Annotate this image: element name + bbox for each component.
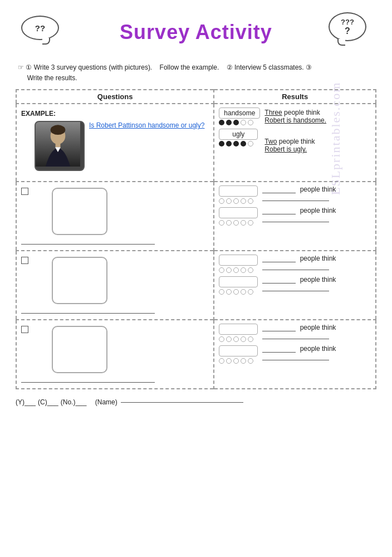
result1-row: Three people think Robert is handsome. <box>264 109 326 124</box>
result2-count: Two <box>264 138 277 145</box>
people-think-label-1a: people think <box>300 185 336 193</box>
instruction-text-3: Interview 5 classmates. <box>234 63 304 71</box>
circle-icon-1: ① <box>26 63 33 71</box>
blank-options-1 <box>219 185 258 229</box>
svg-point-3 <box>51 125 66 135</box>
example-results-cell: handsome ugly <box>214 104 376 182</box>
blank-result-texts-2: people think people think <box>262 255 371 298</box>
result-detail-line-2a[interactable] <box>262 270 329 270</box>
result-detail-line-1a[interactable] <box>262 201 329 201</box>
dot-empty <box>241 120 246 125</box>
bubble-left-text: ?? <box>35 23 45 33</box>
option1-label: handsome <box>219 108 260 119</box>
result-detail-line-2b[interactable] <box>262 291 329 291</box>
instruction-text-1: Write 3 survey questions (with pictures)… <box>34 63 153 71</box>
svg-rect-4 <box>56 144 61 148</box>
result-detail-line-3a[interactable] <box>262 339 329 339</box>
people-think-label-2a: people think <box>300 255 336 262</box>
dot-empty <box>248 120 253 125</box>
result-count-line-3b[interactable] <box>262 352 296 353</box>
result-count-line-3a[interactable] <box>262 331 296 331</box>
option2-box: ugly <box>219 129 260 140</box>
footer-name-line[interactable] <box>121 402 243 403</box>
result-count-line-1a[interactable] <box>262 193 296 193</box>
blank-result-texts-1: people think people think <box>262 185 371 229</box>
blank-row-3: people think people think <box>16 320 376 389</box>
footer: (Y)___ (C)___ (No.)___ (Name) <box>16 398 376 406</box>
blank-row-1: people think people think <box>16 182 376 251</box>
blank-question-line-3[interactable] <box>21 382 155 383</box>
blank-result1-3: people think <box>262 324 371 339</box>
person-silhouette <box>36 122 80 167</box>
header: ?? Survey Activity ??? ? <box>16 10 376 55</box>
blank-question-cell-3 <box>16 320 214 389</box>
dot-filled <box>241 141 246 146</box>
page-title: Survey Activity <box>120 21 272 44</box>
bubble-right-bottom-text: ? <box>345 26 350 36</box>
blank-dots2-2 <box>219 289 258 295</box>
example-options: handsome ugly <box>219 108 260 153</box>
blank-dots2-1 <box>219 220 258 226</box>
blank-results-cell-1: people think people think <box>214 182 376 251</box>
blank-row-2: people think people think <box>16 251 376 320</box>
blank-option2-box-1[interactable] <box>219 207 258 218</box>
footer-name-label: (Name) <box>95 398 117 406</box>
column-headers-row: Questions Results <box>16 90 376 104</box>
example-question-text: Is Robert Pattinson handsome or ugly? <box>89 121 204 129</box>
result-count-line-1b[interactable] <box>262 214 296 214</box>
option2-dots <box>219 141 260 146</box>
checkbox-3[interactable] <box>21 326 28 333</box>
blank-result1-1: people think <box>262 185 371 201</box>
checkbox-1[interactable] <box>21 188 28 195</box>
instruction-text-4: Write the results. <box>27 74 77 82</box>
blank-results-2: people think people think <box>219 255 371 298</box>
result-count-line-2b[interactable] <box>262 283 296 284</box>
blank-photo-3 <box>52 326 107 373</box>
blank-dots1-1 <box>219 198 258 204</box>
option1-dots <box>219 120 260 125</box>
blank-option1-box-2[interactable] <box>219 255 258 266</box>
blank-result-texts-3: people think people think <box>262 324 371 367</box>
results-header: Results <box>214 90 376 104</box>
blank-option2-box-3[interactable] <box>219 345 258 356</box>
blank-result2-1: people think <box>262 207 371 222</box>
result-detail-line-3b[interactable] <box>262 360 329 360</box>
blank-question-line-1[interactable] <box>21 244 155 245</box>
blank-result2-2: people think <box>262 276 371 291</box>
result-detail-line-1b[interactable] <box>262 222 329 222</box>
people-think-label-1b: people think <box>300 207 336 214</box>
bubble-right-top-text: ??? <box>341 18 354 26</box>
result1-count: Three <box>264 109 282 116</box>
example-label: EXAMPLE: <box>21 110 209 118</box>
instruction-text-2: Follow the example. <box>160 63 219 71</box>
blank-question-cell-2 <box>16 251 214 320</box>
blank-results-3: people think people think <box>219 324 371 367</box>
blank-option1-box-3[interactable] <box>219 324 258 335</box>
footer-y: (Y)___ <box>16 398 36 406</box>
speech-bubble-right: ??? ? <box>329 12 366 41</box>
dot-filled <box>233 120 239 125</box>
blank-option1-box-1[interactable] <box>219 185 258 197</box>
people-think-label-3b: people think <box>300 345 336 353</box>
example-question-cell: EXAMPLE: <box>16 104 214 182</box>
dot-filled <box>226 141 232 146</box>
blank-dots2-3 <box>219 358 258 364</box>
blank-question-cell-1 <box>16 182 214 251</box>
result2-detail: Robert is ugly. <box>264 145 307 153</box>
blank-results-1: people think people think <box>219 185 371 229</box>
dot-filled <box>219 120 224 125</box>
blank-question-line-2[interactable] <box>21 313 155 314</box>
blank-options-3 <box>219 324 258 367</box>
main-table: Questions Results EXAMPLE: <box>16 89 376 389</box>
blank-option2-box-2[interactable] <box>219 276 258 287</box>
blank-results-cell-3: people think people think <box>214 320 376 389</box>
result-count-line-2a[interactable] <box>262 262 296 262</box>
blank-dots1-3 <box>219 336 258 342</box>
blank-results-cell-2: people think people think <box>214 251 376 320</box>
result2-text: people think <box>279 138 315 145</box>
checkbox-2[interactable] <box>21 257 28 264</box>
blank-result1-2: people think <box>262 255 371 270</box>
instructions: ☞ ① Write 3 survey questions (with pictu… <box>16 62 376 84</box>
option1-box: handsome <box>219 108 260 119</box>
circle-icon-3: ③ <box>306 63 312 71</box>
